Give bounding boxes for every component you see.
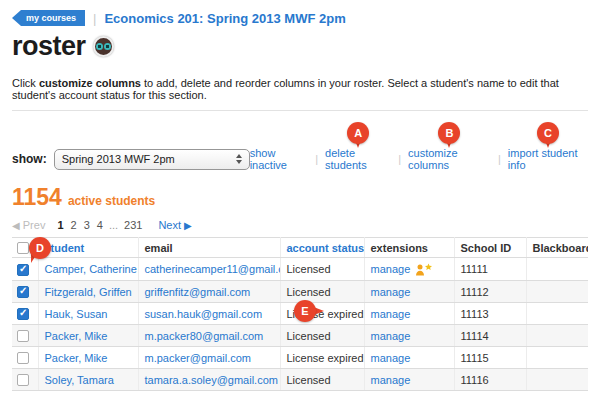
student-email-link[interactable]: tamara.a.soley@gmail.com [145, 374, 278, 386]
owl-icon[interactable] [93, 36, 114, 57]
course-title-link[interactable]: Economics 201: Spring 2013 MWF 2pm [104, 11, 345, 26]
prev-button: ◀ Prev [12, 219, 45, 231]
page-link-2[interactable]: 2 [70, 219, 78, 231]
manage-link[interactable]: manage [371, 263, 411, 275]
student-name-link[interactable]: Packer, Mike [45, 330, 108, 342]
col-school-id: School ID [454, 238, 526, 258]
active-students-label: active students [68, 194, 155, 208]
school-id-text: 11116 [461, 374, 489, 386]
marker-letter-a: A [347, 122, 369, 144]
roster-page: my courses | Economics 201: Spring 2013 … [0, 0, 600, 400]
school-id-text: 11112 [461, 286, 489, 298]
header-row: student email account status extensions … [12, 238, 588, 258]
divider [12, 110, 588, 111]
import-student-info-link[interactable]: import student info [508, 147, 578, 171]
select-all-checkbox[interactable] [17, 242, 29, 254]
next-button[interactable]: Next ▶ [158, 219, 191, 231]
row-checkbox[interactable] [17, 308, 29, 320]
marker-letter-c: C [537, 122, 559, 144]
page-link-1[interactable]: 1 [56, 219, 64, 231]
marker-pin-d: D [29, 237, 51, 259]
student-name-link[interactable]: Soley, Tamara [45, 374, 114, 386]
active-students-count: 1154 [12, 184, 62, 211]
owl-eye-icon [96, 43, 103, 50]
intro-text: Click customize columns to add, delete a… [12, 77, 588, 101]
student-name-link[interactable]: Hauk, Susan [45, 308, 108, 320]
owl-eye-icon [104, 43, 111, 50]
table-row: Packer, Mike m.packer80@gmail.com Licens… [12, 325, 588, 347]
marker-pin-a: A [347, 122, 369, 144]
row-checkbox[interactable] [17, 330, 29, 342]
manage-link[interactable]: manage [371, 352, 411, 364]
my-courses-button[interactable]: my courses [12, 10, 85, 26]
marker-pin-b: B [438, 122, 460, 144]
row-checkbox[interactable] [17, 374, 29, 386]
marker-letter-d: D [29, 237, 51, 259]
marker-letter-e: E [294, 300, 316, 322]
student-email-link[interactable]: m.packer80@gmail.com [145, 330, 264, 342]
school-id-text: 11111 [461, 263, 488, 275]
table-row: Soley, Tamara tamara.a.soley@gmail.com L… [12, 369, 588, 391]
page-link-231[interactable]: 231 [123, 219, 143, 231]
roster-table-wrap: D E student email account status extensi… [12, 237, 588, 391]
account-status-text: Licensed [287, 286, 331, 298]
marker-pin-e: E [294, 300, 316, 322]
customize-columns-link[interactable]: customize columns [408, 147, 458, 171]
page-ellipsis: ... [109, 219, 118, 231]
student-email-link[interactable]: catherinecamper11@gmail.com [145, 263, 281, 275]
pagination-top: ◀ Prev 1 2 3 4 ... 231 Next ▶ [12, 219, 588, 231]
row-checkbox[interactable] [17, 286, 29, 298]
account-status-text: Licensed [287, 374, 331, 386]
breadcrumb: my courses | Economics 201: Spring 2013 … [12, 10, 588, 26]
section-select[interactable]: Spring 2013 MWF 2pm [54, 149, 250, 170]
student-email-link[interactable]: griffenfitz@gmail.com [145, 286, 251, 298]
link-separator: | [315, 153, 318, 165]
marker-pin-c: C [537, 122, 559, 144]
row-checkbox[interactable] [17, 264, 29, 276]
student-name-link[interactable]: Fitzgerald, Griffen [45, 286, 132, 298]
table-row: Packer, Mike m.packer@gmail.com License … [12, 347, 588, 369]
link-separator: | [398, 153, 401, 165]
intro-text-pre: Click [12, 77, 39, 89]
page-title: roster [12, 31, 86, 62]
person-star-icon [415, 263, 433, 276]
student-name-link[interactable]: Packer, Mike [45, 352, 108, 364]
account-status-text: License expired [287, 352, 364, 364]
row-checkbox[interactable] [17, 352, 29, 364]
show-inactive-link[interactable]: show inactive [250, 147, 287, 171]
manage-link[interactable]: manage [371, 374, 411, 386]
col-student[interactable]: student [38, 238, 138, 258]
active-students-summary: 1154 active students [12, 184, 588, 211]
student-email-link[interactable]: m.packer@gmail.com [145, 352, 252, 364]
show-label: show: [12, 152, 47, 166]
school-id-text: 11114 [461, 330, 489, 342]
toolbar: show: Spring 2013 MWF 2pm show inactive … [12, 147, 588, 171]
page-link-3[interactable]: 3 [83, 219, 91, 231]
link-separator: | [498, 153, 501, 165]
school-id-text: 11113 [461, 308, 489, 320]
page-heading: roster [12, 31, 588, 62]
col-account-status[interactable]: account status [280, 238, 364, 258]
delete-students-link[interactable]: delete students [325, 147, 367, 171]
breadcrumb-separator: | [93, 11, 96, 26]
account-status-text: Licensed [287, 263, 331, 275]
select-stepper-icon [236, 154, 242, 164]
student-email-link[interactable]: susan.hauk@gmail.com [145, 308, 263, 320]
school-id-text: 11115 [461, 352, 489, 364]
intro-text-bold: customize columns [39, 77, 141, 89]
col-extensions: extensions [364, 238, 454, 258]
marker-letter-b: B [438, 122, 460, 144]
col-email: email [138, 238, 280, 258]
page-link-4[interactable]: 4 [96, 219, 104, 231]
account-status-text: Licensed [287, 330, 331, 342]
col-blackboard-id: Blackboard ID [526, 238, 588, 258]
manage-link[interactable]: manage [371, 308, 411, 320]
show-filter: show: Spring 2013 MWF 2pm [12, 149, 250, 170]
manage-link[interactable]: manage [371, 286, 411, 298]
student-name-link[interactable]: Camper, Catherine [45, 263, 137, 275]
toolbar-links: show inactive | A delete students | B cu… [250, 147, 588, 171]
section-select-value: Spring 2013 MWF 2pm [62, 153, 175, 165]
table-row: Camper, Catherine catherinecamper11@gmai… [12, 258, 588, 281]
manage-link[interactable]: manage [371, 330, 411, 342]
